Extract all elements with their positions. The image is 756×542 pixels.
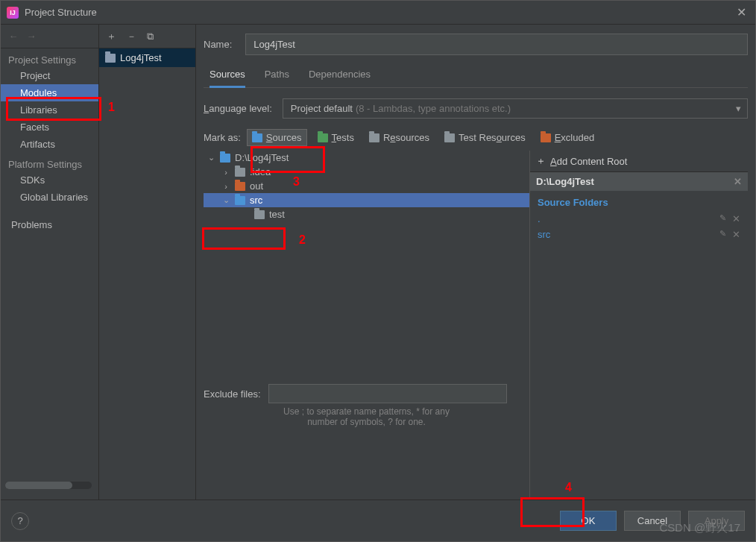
source-folder-entry[interactable]: .✎✕ xyxy=(530,211,748,227)
folder-icon xyxy=(235,168,245,177)
tests-folder-icon xyxy=(318,133,328,142)
mark-test-resources-button[interactable]: Test Resources xyxy=(440,130,530,145)
chevron-down-icon: ⌄ xyxy=(221,195,230,205)
nav-back-icon[interactable]: ← xyxy=(7,31,20,42)
tree-item-src[interactable]: ⌄src xyxy=(204,193,529,207)
mark-tests-button[interactable]: Tests xyxy=(313,130,359,145)
sidebar-item-artifacts[interactable]: Artifacts xyxy=(1,136,98,153)
add-module-icon[interactable]: ＋ xyxy=(107,30,116,43)
sidebar-item-libraries[interactable]: Libraries xyxy=(1,101,98,119)
exclude-hint: Use ; to separate name patterns, * for a… xyxy=(204,406,529,427)
settings-sidebar: ← → Project Settings Project Modules Lib… xyxy=(1,25,99,500)
mark-sources-button[interactable]: Sources xyxy=(247,129,307,146)
plus-icon: ＋ xyxy=(536,154,546,168)
module-item[interactable]: Log4jTest xyxy=(99,48,195,67)
content-roots-panel: ＋Add Content Root D:\Log4jTest✕ Source F… xyxy=(529,151,748,500)
window-title: Project Structure xyxy=(25,7,734,18)
folder-icon xyxy=(235,196,245,205)
content-root-path[interactable]: D:\Log4jTest✕ xyxy=(530,172,748,191)
dialog-footer: ? OK Cancel Apply xyxy=(1,500,755,541)
add-content-root-button[interactable]: ＋Add Content Root xyxy=(530,151,748,172)
app-icon: IJ xyxy=(7,7,19,19)
tab-sources[interactable]: Sources xyxy=(210,69,245,88)
edit-icon[interactable]: ✎ xyxy=(719,229,726,240)
titlebar: IJ Project Structure ✕ xyxy=(1,1,755,25)
tree-item-test[interactable]: test xyxy=(204,207,529,221)
apply-button[interactable]: Apply xyxy=(688,511,745,531)
close-icon[interactable]: ✕ xyxy=(734,176,742,187)
chevron-down-icon: ⌄ xyxy=(207,153,215,163)
module-tabs: Sources Paths Dependencies xyxy=(204,69,748,88)
folder-icon xyxy=(220,154,230,163)
language-level-select[interactable]: Project default (8 - Lambdas, type annot… xyxy=(283,98,748,119)
mark-as-label: Mark as: xyxy=(204,132,241,143)
tab-paths[interactable]: Paths xyxy=(265,69,289,87)
source-folder-entry[interactable]: src✎✕ xyxy=(530,227,748,242)
exclude-files-input[interactable] xyxy=(268,384,507,403)
chevron-right-icon: › xyxy=(221,182,230,191)
sidebar-item-problems[interactable]: Problems xyxy=(1,216,98,233)
nav-forward-icon[interactable]: → xyxy=(25,31,38,42)
module-item-label: Log4jTest xyxy=(120,52,162,63)
chevron-right-icon: › xyxy=(221,168,230,177)
tab-dependencies[interactable]: Dependencies xyxy=(309,69,371,87)
remove-module-icon[interactable]: － xyxy=(127,30,136,43)
chevron-down-icon: ▾ xyxy=(736,103,741,114)
folder-icon xyxy=(235,182,245,191)
sidebar-item-modules[interactable]: Modules xyxy=(1,84,98,101)
sidebar-item-project[interactable]: Project xyxy=(1,67,98,84)
copy-module-icon[interactable]: ⧉ xyxy=(147,31,154,42)
exclude-files-label: Exclude files: xyxy=(204,388,261,400)
cancel-button[interactable]: Cancel xyxy=(624,511,681,531)
sidebar-item-sdks[interactable]: SDKs xyxy=(1,171,98,189)
test-resources-folder-icon xyxy=(444,133,455,142)
mark-resources-button[interactable]: Resources xyxy=(365,130,434,145)
edit-icon[interactable]: ✎ xyxy=(719,213,726,224)
sidebar-scrollbar[interactable] xyxy=(5,482,92,489)
sidebar-item-facets[interactable]: Facets xyxy=(1,119,98,136)
ok-button[interactable]: OK xyxy=(560,511,617,531)
close-icon[interactable]: ✕ xyxy=(734,5,749,19)
sidebar-section-project: Project Settings xyxy=(1,48,98,67)
sidebar-section-platform: Platform Settings xyxy=(1,153,98,171)
sources-folder-icon xyxy=(252,133,262,142)
language-level-label: LLanguage level:anguage level: xyxy=(204,103,272,114)
folder-icon xyxy=(254,210,265,219)
close-icon[interactable]: ✕ xyxy=(732,229,740,240)
help-button[interactable]: ? xyxy=(11,512,29,530)
mark-excluded-button[interactable]: Excluded xyxy=(536,130,599,145)
name-input[interactable] xyxy=(245,34,748,55)
module-folder-icon xyxy=(105,54,116,63)
language-level-hint: (8 - Lambdas, type annotations etc.) xyxy=(356,103,511,114)
excluded-folder-icon xyxy=(541,133,551,142)
tree-item-out[interactable]: ›out xyxy=(204,179,529,193)
tree-root[interactable]: ⌄D:\Log4jTest xyxy=(204,151,529,165)
close-icon[interactable]: ✕ xyxy=(732,213,740,224)
sidebar-item-global-libraries[interactable]: Global Libraries xyxy=(1,189,98,206)
module-editor: Name: Sources Paths Dependencies LLangua… xyxy=(196,25,755,500)
resources-folder-icon xyxy=(369,133,379,142)
source-tree: ⌄D:\Log4jTest ›.idea ›out ⌄src test Excl… xyxy=(204,151,529,500)
tree-item-idea[interactable]: ›.idea xyxy=(204,165,529,179)
source-folders-header: Source Folders xyxy=(530,191,748,211)
modules-panel: ＋ － ⧉ Log4jTest xyxy=(99,25,196,500)
name-label: Name: xyxy=(204,39,232,50)
language-level-value: Project default xyxy=(291,103,353,114)
